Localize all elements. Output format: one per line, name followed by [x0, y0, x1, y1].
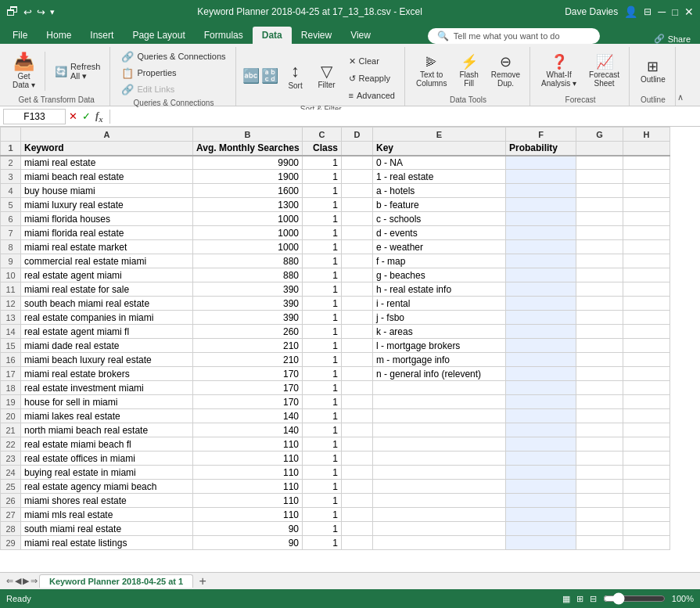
cell-avg-3[interactable]: 1900 [193, 170, 303, 184]
cell-keyword-5[interactable]: miami luxury real estate [21, 198, 193, 212]
header-probability[interactable]: Probability [506, 142, 576, 156]
cell-class-23[interactable]: 1 [303, 452, 342, 466]
cell-h-29[interactable] [623, 536, 670, 550]
what-if-button[interactable]: ❓ What-IfAnalysis ▾ [537, 49, 581, 94]
restore-btn[interactable]: □ [672, 6, 678, 18]
cell-probability-11[interactable] [506, 282, 576, 297]
cell-keyword-15[interactable]: miami dade real estate [21, 339, 193, 353]
cell-class-14[interactable]: 1 [303, 325, 342, 339]
cell-h-18[interactable] [623, 381, 670, 395]
cell-g-15[interactable] [576, 339, 623, 353]
cell-key-13[interactable]: j - fsbo [373, 311, 506, 325]
cell-d-3[interactable] [342, 170, 373, 184]
cell-avg-23[interactable]: 110 [193, 452, 303, 466]
cell-probability-12[interactable] [506, 297, 576, 311]
share-label[interactable]: Share [668, 34, 691, 44]
outline-button[interactable]: ⊞ Outline [636, 49, 670, 94]
cell-probability-19[interactable] [506, 395, 576, 409]
page-layout-view-icon[interactable]: ⊞ [576, 594, 583, 604]
cell-class-11[interactable]: 1 [303, 282, 342, 297]
header-d[interactable] [342, 142, 373, 156]
cell-keyword-25[interactable]: real estate agency miami beach [21, 480, 193, 494]
cell-probability-13[interactable] [506, 311, 576, 325]
cell-d-28[interactable] [342, 522, 373, 536]
cell-key-10[interactable]: g - beaches [373, 268, 506, 282]
cell-key-23[interactable] [373, 452, 506, 466]
col-header-b[interactable]: B [193, 128, 303, 142]
cell-d-14[interactable] [342, 325, 373, 339]
cell-avg-5[interactable]: 1300 [193, 198, 303, 212]
tab-home[interactable]: Home [37, 27, 81, 44]
cell-key-2[interactable]: 0 - NA [373, 156, 506, 170]
cell-g-13[interactable] [576, 311, 623, 325]
cell-keyword-2[interactable]: miami real estate [21, 156, 193, 170]
header-keyword[interactable]: Keyword [21, 142, 193, 156]
header-h[interactable] [623, 142, 670, 156]
cell-class-25[interactable]: 1 [303, 480, 342, 494]
cell-avg-26[interactable]: 110 [193, 494, 303, 508]
cell-h-24[interactable] [623, 466, 670, 480]
cell-probability-4[interactable] [506, 184, 576, 198]
cell-key-20[interactable] [373, 409, 506, 423]
cell-g-9[interactable] [576, 254, 623, 268]
cell-d-6[interactable] [342, 212, 373, 226]
cell-key-5[interactable]: b - feature [373, 198, 506, 212]
cell-class-17[interactable]: 1 [303, 367, 342, 381]
cell-avg-12[interactable]: 390 [193, 297, 303, 311]
cell-keyword-28[interactable]: south miami real estate [21, 522, 193, 536]
cell-class-18[interactable]: 1 [303, 381, 342, 395]
cell-keyword-3[interactable]: miami beach real estate [21, 170, 193, 184]
cell-probability-8[interactable] [506, 240, 576, 254]
cell-keyword-27[interactable]: miami mls real estate [21, 508, 193, 522]
cell-h-25[interactable] [623, 480, 670, 494]
cell-h-16[interactable] [623, 353, 670, 367]
cell-class-7[interactable]: 1 [303, 226, 342, 240]
cell-g-11[interactable] [576, 282, 623, 297]
spreadsheet[interactable]: A B C D E F G H 1 Keyword Avg. Monthly S… [0, 127, 700, 572]
tab-file[interactable]: File [3, 27, 37, 44]
cell-h-13[interactable] [623, 311, 670, 325]
col-header-g[interactable]: G [576, 128, 623, 142]
sort-button[interactable]: ↕ Sort [282, 53, 310, 99]
cell-avg-6[interactable]: 1000 [193, 212, 303, 226]
properties-button[interactable]: 📋 Properties [117, 65, 230, 81]
cell-g-5[interactable] [576, 198, 623, 212]
cell-avg-4[interactable]: 1600 [193, 184, 303, 198]
text-to-columns-button[interactable]: ⫸ Text toColumns [411, 49, 451, 94]
cell-g-3[interactable] [576, 170, 623, 184]
cell-g-28[interactable] [576, 522, 623, 536]
cell-d-24[interactable] [342, 466, 373, 480]
edit-links-button[interactable]: 🔗 Edit Links [117, 81, 230, 97]
normal-view-icon[interactable]: ▦ [562, 594, 570, 604]
cell-h-14[interactable] [623, 325, 670, 339]
cell-keyword-26[interactable]: miami shores real estate [21, 494, 193, 508]
tab-page-layout[interactable]: Page Layout [123, 27, 194, 44]
cell-probability-28[interactable] [506, 522, 576, 536]
cell-g-23[interactable] [576, 452, 623, 466]
tab-last-arrow[interactable]: ⇒ [31, 576, 38, 586]
header-key[interactable]: Key [373, 142, 506, 156]
cell-d-23[interactable] [342, 452, 373, 466]
cell-d-7[interactable] [342, 226, 373, 240]
filter-button[interactable]: ▽ Filter [313, 53, 341, 99]
header-class[interactable]: Class [303, 142, 342, 156]
cell-d-9[interactable] [342, 254, 373, 268]
cell-class-10[interactable]: 1 [303, 268, 342, 282]
header-avg[interactable]: Avg. Monthly Searches [193, 142, 303, 156]
cell-d-11[interactable] [342, 282, 373, 297]
cell-key-9[interactable]: f - map [373, 254, 506, 268]
cell-key-15[interactable]: l - mortgage brokers [373, 339, 506, 353]
cell-keyword-29[interactable]: miami real estate listings [21, 536, 193, 550]
cell-key-26[interactable] [373, 494, 506, 508]
col-header-f[interactable]: F [506, 128, 576, 142]
cell-keyword-7[interactable]: miami florida real estate [21, 226, 193, 240]
tab-data[interactable]: Data [253, 27, 292, 44]
cell-probability-16[interactable] [506, 353, 576, 367]
refresh-all-button[interactable]: 🔄 RefreshAll ▾ [50, 63, 106, 79]
cell-g-2[interactable] [576, 156, 623, 170]
cell-d-29[interactable] [342, 536, 373, 550]
cell-d-22[interactable] [342, 437, 373, 452]
page-break-view-icon[interactable]: ⊟ [590, 594, 597, 604]
cell-avg-21[interactable]: 140 [193, 423, 303, 437]
cell-class-8[interactable]: 1 [303, 240, 342, 254]
